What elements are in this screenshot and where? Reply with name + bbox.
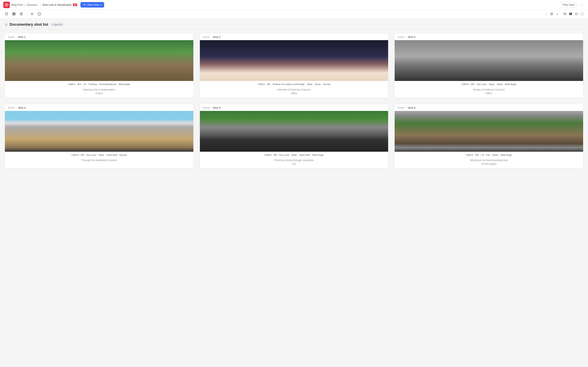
layout-icon-button[interactable] bbox=[3, 11, 10, 17]
svg-rect-16 bbox=[20, 14, 23, 14]
shot-card-5: Scene › Shot 5 CAM A · MS · Eye Level · … bbox=[200, 104, 388, 168]
shot-header-2: Scene › Shot 2 bbox=[200, 33, 388, 40]
shots-grid: Scene › Shot 1 CAM A · WS · LA · Trackin… bbox=[0, 33, 588, 176]
svg-rect-23 bbox=[564, 13, 565, 15]
shot-description-6: Working in the forest planting treesFore… bbox=[395, 158, 583, 168]
svg-rect-24 bbox=[565, 13, 566, 15]
shot-image-4 bbox=[5, 111, 193, 152]
shot-card-1: Scene › Shot 1 CAM A · WS · LA · Trackin… bbox=[5, 33, 193, 98]
svg-rect-13 bbox=[13, 15, 14, 15]
zoom-fit-button[interactable] bbox=[549, 12, 554, 17]
meta-item: MS bbox=[81, 153, 84, 157]
shot-description-4: Through the windshield of scene bbox=[5, 158, 193, 165]
shot-image-2 bbox=[200, 40, 388, 81]
help-icon-button[interactable]: ? bbox=[36, 11, 43, 17]
view-grid-button[interactable] bbox=[574, 12, 579, 17]
meta-item: CAM A bbox=[258, 83, 265, 86]
meta-item: CAM A bbox=[68, 83, 75, 86]
shot-header-5: Scene › Shot 5 bbox=[200, 104, 388, 111]
chevron-down-icon: ▾ bbox=[100, 4, 101, 6]
svg-rect-2 bbox=[5, 12, 6, 14]
zoom-in-button[interactable]: + bbox=[555, 12, 559, 17]
meta-item: WS bbox=[471, 83, 475, 86]
eye-icon: 👁 bbox=[83, 3, 86, 6]
meta-item: Wide Angle bbox=[119, 83, 130, 86]
svg-rect-31 bbox=[581, 13, 583, 15]
shot-name-2: Shot 2 bbox=[213, 35, 221, 39]
meta-item: Drone/Steadicam bbox=[99, 83, 116, 86]
page-title: Documentary shot list bbox=[9, 22, 48, 27]
scene-label-6: Scene bbox=[398, 106, 405, 109]
shot-name-3: Shot 3 bbox=[408, 35, 415, 39]
arrow-icon-6: › bbox=[406, 106, 406, 109]
view-only-button[interactable]: 👁 View Only ▾ bbox=[80, 2, 104, 8]
meta-item: CAM A bbox=[466, 153, 473, 157]
svg-point-22 bbox=[551, 13, 552, 14]
meta-item: Sticks bbox=[315, 83, 321, 86]
settings-icon-button[interactable] bbox=[29, 11, 35, 17]
meta-item: WS bbox=[77, 83, 81, 86]
scene-label-5: Scene bbox=[203, 106, 210, 109]
shot-header-1: Scene › Shot 1 bbox=[5, 33, 193, 40]
shot-card-4: Scene › Shot 4 CAM B · MS · Eye Level · … bbox=[5, 104, 193, 168]
shot-image-5 bbox=[200, 111, 388, 152]
svg-point-21 bbox=[550, 13, 553, 15]
view-mode-buttons bbox=[562, 12, 585, 17]
shot-card-2: Scene › Shot 2 CAM A · MS · Shallow Focu… bbox=[200, 33, 388, 98]
view-single-button[interactable] bbox=[562, 12, 568, 17]
grid-icon-button[interactable] bbox=[11, 11, 17, 17]
more-options-button[interactable]: ··· bbox=[579, 2, 585, 8]
svg-rect-9 bbox=[12, 13, 13, 14]
list-icon-button[interactable] bbox=[18, 11, 25, 17]
meta-item: Wide Angle bbox=[312, 153, 324, 157]
meta-item: Wide Angle bbox=[501, 153, 512, 157]
meta-item: Tracking bbox=[88, 83, 97, 86]
meta-item: Wide Angle bbox=[505, 83, 516, 86]
zoom-out-button[interactable]: − bbox=[544, 12, 548, 17]
meta-item: Static bbox=[99, 153, 104, 157]
meta-item: Static bbox=[291, 153, 297, 157]
meta-item: MS bbox=[267, 83, 270, 86]
view-double-button[interactable] bbox=[568, 12, 573, 17]
shot-header-4: Scene › Shot 4 bbox=[5, 104, 193, 111]
meta-item: CAM A bbox=[264, 153, 271, 157]
meta-item: Hand Held bbox=[299, 153, 310, 157]
breadcrumb-shot-lists[interactable]: Shot Lists & Storyboards bbox=[42, 3, 71, 6]
print-view-button[interactable]: Print View bbox=[560, 2, 577, 8]
svg-rect-29 bbox=[575, 14, 576, 15]
svg-rect-10 bbox=[13, 13, 14, 14]
shot-meta-4: CAM B · MS · Eye Level · Static · Hand H… bbox=[5, 152, 193, 158]
arrow-icon-2: › bbox=[211, 36, 212, 38]
svg-rect-14 bbox=[15, 15, 15, 15]
shot-header-6: Scene › Shot 6 bbox=[395, 104, 583, 111]
meta-item: CAM B bbox=[461, 83, 468, 86]
shot-image-1 bbox=[5, 40, 193, 81]
app-icon bbox=[3, 2, 10, 8]
meta-item: LA bbox=[83, 83, 86, 86]
shot-image-3 bbox=[395, 40, 583, 81]
meta-item: Eye Level bbox=[86, 153, 96, 157]
svg-rect-8 bbox=[15, 12, 15, 13]
view-fullscreen-button[interactable] bbox=[579, 12, 585, 17]
shot-name-5: Shot 5 bbox=[213, 106, 221, 109]
svg-rect-12 bbox=[12, 15, 13, 15]
shot-description-2: Interview of Professor EricksonOffice bbox=[200, 87, 388, 98]
shot-description-3: Ierview of Professor EricksonOffice bbox=[395, 87, 583, 98]
meta-item: Eye Level bbox=[279, 153, 289, 157]
meta-item: Shallow Focus/Eye Level/Single bbox=[273, 83, 305, 86]
meta-item: CAM B bbox=[71, 153, 79, 157]
shot-card-6: Scene › Shot 6 CAM A · WS · LA · Pan · S… bbox=[395, 104, 583, 168]
svg-text:?: ? bbox=[39, 13, 40, 15]
breadcrumb-blog-post[interactable]: Blog Post — Docume... bbox=[11, 3, 39, 6]
svg-rect-25 bbox=[570, 13, 571, 15]
shots-count-badge: 7 SHOTS bbox=[50, 23, 64, 26]
version-badge: v0 bbox=[73, 3, 77, 6]
shot-list-icon: ⊙ bbox=[5, 23, 8, 26]
svg-point-1 bbox=[6, 4, 7, 6]
meta-item: Static bbox=[307, 83, 312, 86]
meta-item: LA bbox=[481, 153, 484, 157]
meta-item: Normal bbox=[120, 153, 127, 157]
scene-label-2: Scene bbox=[203, 36, 210, 39]
svg-point-18 bbox=[32, 13, 33, 15]
page-header: ⊙ Documentary shot list 7 SHOTS bbox=[0, 19, 588, 29]
